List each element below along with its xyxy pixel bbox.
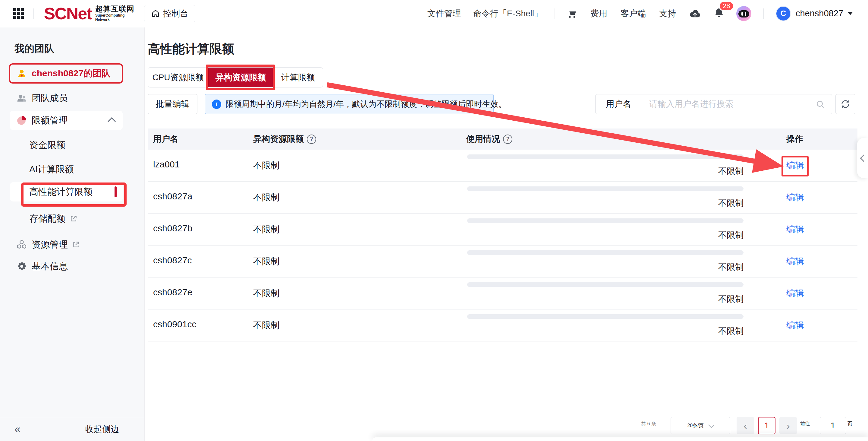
- quota-cell: 不限制: [253, 256, 279, 268]
- usage-value: 不限制: [467, 166, 744, 177]
- nav-fee[interactable]: 费用: [590, 8, 607, 19]
- home-icon: [151, 9, 160, 18]
- info-icon: i: [212, 99, 221, 109]
- col-username: 用户名: [153, 128, 179, 150]
- header-divider: [764, 8, 764, 19]
- gear-icon: [17, 261, 27, 271]
- username-cell: csh0827b: [153, 223, 192, 233]
- goto-page-input[interactable]: 1: [820, 417, 846, 434]
- quota-cell: 不限制: [253, 224, 279, 236]
- notifications-bell[interactable]: 28: [714, 7, 724, 20]
- sidebar-group-quota[interactable]: 限额管理: [10, 111, 123, 130]
- alert-text: 限额周期中的月/年均为自然月/年，默认为不限制额度，调整限额后即时生效。: [225, 99, 507, 110]
- header-divider: [555, 8, 555, 19]
- external-link-icon: [72, 241, 80, 248]
- members-label: 团队成员: [32, 92, 68, 105]
- external-link-icon: [70, 215, 78, 223]
- main-content: 高性能计算限额 CPU资源限额 异构资源限额 计算限额 批量编辑 i 限额周期中…: [145, 27, 868, 441]
- search-input[interactable]: [642, 94, 832, 114]
- sidebar-item-ai-quota[interactable]: AI计算限额: [10, 160, 123, 178]
- tab-compute-quota[interactable]: 计算限额: [273, 67, 323, 87]
- console-button[interactable]: 控制台: [144, 5, 195, 22]
- page-size-select[interactable]: 20条/页: [671, 417, 730, 434]
- sidebar-item-resources[interactable]: 资源管理: [10, 235, 123, 254]
- top-header: SCNet 超算互联网 SuperComputingNetwork 控制台 文件…: [0, 0, 868, 27]
- sidebar-title: 我的团队: [14, 42, 54, 56]
- chevron-down-icon: [847, 12, 853, 15]
- current-page-button[interactable]: 1: [758, 417, 775, 434]
- table-row: csh0901cc 不限制 不限制 编辑: [148, 310, 858, 342]
- usage-progress-bar: [467, 154, 744, 159]
- sidebar-item-team[interactable]: chensh0827的团队: [10, 64, 123, 83]
- table-row: csh0827b 不限制 不限制 编辑: [148, 213, 858, 245]
- nav-support[interactable]: 支持: [659, 8, 676, 19]
- chevron-up-icon: [107, 117, 116, 125]
- username-cell: csh0901cc: [153, 319, 196, 329]
- hexagons-icon: [17, 239, 27, 250]
- sidebar-item-hpc-quota[interactable]: 高性能计算限额: [10, 182, 123, 202]
- search-icon[interactable]: [815, 99, 825, 110]
- scnet-logo[interactable]: SCNet 超算互联网 SuperComputingNetwork: [44, 5, 134, 22]
- refresh-button[interactable]: [835, 94, 855, 114]
- sidebar: 我的团队 chensh0827的团队 团队成员: [0, 27, 145, 441]
- logo-brand-text: SCNet: [44, 5, 92, 22]
- ai-assistant-avatar[interactable]: [736, 6, 751, 21]
- nav-file-manager[interactable]: 文件管理: [427, 8, 461, 19]
- table-header: 用户名 异构资源限额 ? 使用情况 ? 操作: [148, 128, 858, 150]
- usage-progress-bar: [467, 251, 744, 255]
- chevron-left-icon: [860, 154, 867, 162]
- col-action: 操作: [786, 128, 803, 150]
- usage-value: 不限制: [467, 325, 744, 337]
- refresh-icon: [840, 99, 850, 109]
- tab-cpu-quota[interactable]: CPU资源限额: [148, 67, 208, 87]
- user-name: chensh0827: [796, 8, 843, 19]
- edit-link[interactable]: 编辑: [786, 159, 804, 172]
- notification-badge: 28: [719, 1, 734, 11]
- usage-progress-bar: [467, 282, 744, 287]
- username-cell: csh0827a: [153, 191, 192, 202]
- sidebar-item-basic-info[interactable]: 基本信息: [10, 257, 123, 276]
- nav-client[interactable]: 客户端: [621, 8, 646, 19]
- usage-value: 不限制: [467, 198, 744, 209]
- help-icon[interactable]: ?: [503, 135, 513, 144]
- tab-bar: CPU资源限额 异构资源限额 计算限额: [148, 67, 323, 87]
- logo-cn-text: 超算互联网: [95, 5, 134, 13]
- sidebar-item-storage-quota[interactable]: 存储配额: [10, 210, 123, 228]
- sidebar-item-members[interactable]: 团队成员: [10, 88, 123, 108]
- edit-link[interactable]: 编辑: [786, 319, 804, 331]
- quota-cell: 不限制: [253, 288, 279, 299]
- nav-eshell[interactable]: 命令行「E-Shell」: [473, 8, 542, 19]
- user-menu[interactable]: C chensh0827: [776, 6, 853, 21]
- quota-cell: 不限制: [253, 192, 279, 204]
- edit-link[interactable]: 编辑: [786, 256, 804, 268]
- cloud-upload-icon[interactable]: [689, 9, 701, 18]
- collapse-label: 收起侧边: [85, 423, 119, 435]
- edit-link[interactable]: 编辑: [786, 288, 804, 299]
- tab-heterogeneous-quota[interactable]: 异构资源限额: [208, 67, 273, 87]
- username-cell: csh0827e: [153, 287, 192, 297]
- batch-edit-button[interactable]: 批量编辑: [148, 94, 197, 114]
- info-alert: i 限额周期中的月/年均为自然月/年，默认为不限制额度，调整限额后即时生效。: [205, 94, 494, 114]
- collapse-sidebar-button[interactable]: « 收起侧边: [0, 417, 144, 441]
- header-divider: [33, 8, 34, 19]
- quota-cell: 不限制: [253, 319, 279, 331]
- apps-grid-icon[interactable]: [13, 8, 24, 19]
- prev-page-button[interactable]: ‹: [737, 417, 754, 434]
- usage-progress-bar: [467, 314, 744, 319]
- edit-link[interactable]: 编辑: [786, 224, 804, 236]
- help-icon[interactable]: ?: [307, 135, 316, 144]
- goto-label: 前往: [800, 421, 810, 427]
- bottom-floating-panel-edge: [372, 437, 868, 441]
- username-cell: lza001: [153, 159, 180, 170]
- cart-icon[interactable]: [567, 8, 577, 19]
- col-usage: 使用情况 ?: [466, 128, 513, 150]
- quota-group-label: 限额管理: [32, 114, 68, 127]
- table-row: lza001 不限制 不限制 编辑: [148, 150, 858, 182]
- side-drawer-toggle[interactable]: [857, 138, 868, 178]
- table-row: csh0827a 不限制 不限制 编辑: [148, 182, 858, 213]
- usage-progress-bar: [467, 186, 744, 191]
- sidebar-item-fund-quota[interactable]: 资金限额: [10, 136, 123, 154]
- next-page-button[interactable]: ›: [779, 417, 797, 434]
- pagination-total: 共 6 条: [641, 421, 656, 427]
- edit-link[interactable]: 编辑: [786, 192, 804, 204]
